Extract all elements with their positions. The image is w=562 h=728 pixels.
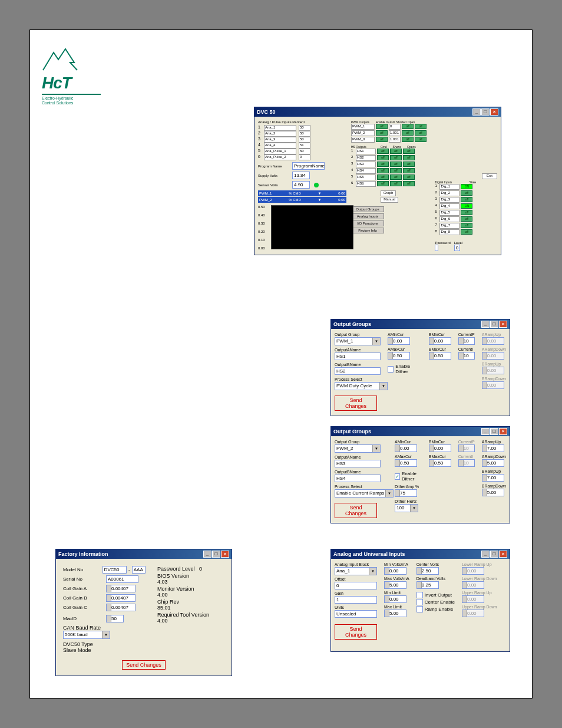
minimize-icon[interactable]: _ (481, 321, 490, 328)
ana-block-select[interactable]: Ana_1 (335, 567, 377, 575)
coil-gain-a[interactable]: 0.00407 (106, 585, 135, 592)
digital-row: 6Dig_6off (435, 216, 497, 222)
cmd-led[interactable]: off (377, 174, 389, 180)
og2-proc-select[interactable]: Enable Current Ramps (335, 489, 394, 498)
analog-name[interactable]: Ana_2 (264, 131, 296, 137)
og1-dither-check[interactable] (388, 366, 394, 373)
ana-center-check[interactable] (416, 599, 423, 605)
og1-bmincur[interactable]: 0.00 (429, 337, 451, 345)
ana-invert-check[interactable] (416, 592, 423, 598)
pwm1-bar[interactable]: PWM_1% CMD▼0.00 (258, 190, 346, 196)
pwm2-bar[interactable]: PWM_2% CMD▼0.00 (258, 197, 346, 203)
og2-bmincur[interactable]: 0.00 (429, 444, 451, 452)
og1-outa-label: OutputAName (335, 348, 381, 352)
og1-outb-input[interactable]: HS2 (335, 367, 381, 375)
exit-button[interactable]: Exit (482, 173, 497, 179)
maximize-icon[interactable]: □ (481, 108, 490, 116)
side-button[interactable]: Output Groups (351, 206, 384, 212)
close-icon[interactable]: × (221, 551, 229, 558)
ana-ramp-check[interactable] (416, 606, 423, 612)
og2-bmaxcur[interactable]: 0.50 (429, 459, 451, 467)
og2-arampup[interactable]: 7.00 (482, 444, 504, 452)
digital-row: 7Dig_7off (435, 223, 497, 229)
og1-proc-select[interactable]: PWM Duty Cycle (335, 382, 388, 390)
macid-input[interactable]: 50 (106, 615, 124, 622)
dvc50-titlebar[interactable]: DVC 50 _ □ × (254, 107, 501, 117)
enable-led[interactable]: off (376, 137, 388, 142)
ana-centerv[interactable]: 2.50 (416, 567, 439, 575)
ana-titlebar[interactable]: Analog and Universal Inputs _□× (331, 549, 510, 559)
ana-minv[interactable]: 0.00 (384, 567, 406, 575)
analog-name[interactable]: Ana_3 (264, 137, 296, 143)
program-name-input[interactable]: ProgramName (292, 162, 325, 170)
og2-outb-input[interactable]: HS4 (335, 475, 381, 482)
og2-send-button[interactable]: Send Changes (335, 503, 377, 518)
model-ext-input[interactable]: AAA (132, 566, 146, 574)
og1-outa-input[interactable]: HS1 (335, 353, 381, 360)
maximize-icon[interactable]: □ (490, 321, 498, 328)
og2-amincur[interactable]: 0.00 (395, 444, 417, 452)
analog-name[interactable]: Ana_4 (264, 143, 296, 149)
close-icon[interactable]: × (499, 321, 507, 328)
og2-group-select[interactable]: PWM_2 (335, 444, 381, 453)
model-no-input[interactable]: DVC50 (103, 566, 127, 574)
og2-brampup[interactable]: 7.00 (482, 474, 504, 482)
og1-send-button[interactable]: Send Changes (335, 396, 377, 411)
coil-gain-b[interactable]: 0.00407 (106, 594, 135, 602)
manual-button[interactable]: Manual (381, 197, 398, 203)
ana-gain-input[interactable]: 1 (335, 596, 377, 604)
maximize-icon[interactable]: □ (490, 551, 498, 558)
ana-offset-input[interactable]: 0 (335, 582, 377, 589)
ana-minl[interactable]: 0.00 (384, 595, 406, 603)
og2-arampdn[interactable]: 5.00 (482, 459, 504, 467)
og1-group-select[interactable]: PWM_1 (335, 337, 381, 345)
og2-titlebar[interactable]: Output Groups _□× (331, 427, 510, 436)
factory-titlebar[interactable]: Factory Information _□× (56, 549, 232, 559)
side-button[interactable]: I/O Functions (351, 220, 384, 226)
og2-outa-input[interactable]: HS3 (335, 460, 381, 467)
og1-currenti[interactable]: 10 (458, 352, 475, 360)
cmd-led[interactable]: off (377, 181, 389, 186)
cmd-led[interactable]: off (377, 155, 389, 160)
side-button[interactable]: Factory Info (351, 228, 384, 233)
factory-send-button[interactable]: Send Changes (122, 660, 166, 670)
ana-maxl[interactable]: 5.00 (384, 610, 406, 617)
og1-titlebar[interactable]: Output Groups _□× (331, 319, 510, 329)
og1-bmaxcur[interactable]: 0.50 (429, 352, 451, 360)
cmd-led[interactable]: off (377, 162, 389, 167)
maximize-icon[interactable]: □ (490, 428, 498, 435)
minimize-icon[interactable]: _ (481, 428, 490, 435)
close-icon[interactable]: × (490, 108, 498, 116)
analog-name[interactable]: Ana_1 (264, 125, 296, 131)
cmd-led[interactable]: off (377, 168, 389, 173)
minimize-icon[interactable]: _ (472, 108, 481, 116)
og2-dither-check[interactable]: ✓ (395, 473, 400, 480)
maximize-icon[interactable]: □ (212, 551, 220, 558)
analog-name[interactable]: Ana_Pulse_1 (264, 149, 296, 154)
hs-row: 4HS4offoffoff (351, 168, 430, 174)
og2-brampdn[interactable]: 5.00 (482, 489, 504, 496)
ana-send-button[interactable]: Send Changes (335, 624, 377, 640)
password-input[interactable] (435, 245, 438, 251)
close-icon[interactable]: × (499, 428, 507, 435)
baud-select[interactable]: 500K baud (63, 631, 110, 639)
close-icon[interactable]: × (499, 551, 507, 558)
og1-amincur[interactable]: 0.00 (388, 337, 410, 345)
ana-maxv[interactable]: 5.00 (384, 581, 406, 589)
serial-no-input[interactable]: A00061 (106, 575, 138, 583)
og2-amaxcur[interactable]: 0.50 (395, 459, 417, 467)
minimize-icon[interactable]: _ (481, 551, 490, 558)
cmd-led[interactable]: off (377, 149, 389, 154)
og1-amaxcur[interactable]: 0.50 (388, 352, 410, 360)
og2-dither-hz[interactable]: 100 (395, 504, 418, 512)
og1-currentp[interactable]: 10 (458, 337, 475, 345)
side-button[interactable]: Analog Inputs (351, 213, 384, 219)
enable-led[interactable]: off (376, 130, 388, 136)
ana-deadb[interactable]: 0.25 (416, 581, 439, 589)
enable-led[interactable]: off (376, 124, 388, 129)
og2-dither-amp[interactable]: 75 (395, 489, 417, 497)
coil-gain-c[interactable]: 0.00407 (106, 604, 135, 611)
analog-name[interactable]: Ana_Pulse_2 (264, 154, 296, 160)
minimize-icon[interactable]: _ (203, 551, 211, 558)
graph-button[interactable]: Graph (381, 190, 396, 196)
